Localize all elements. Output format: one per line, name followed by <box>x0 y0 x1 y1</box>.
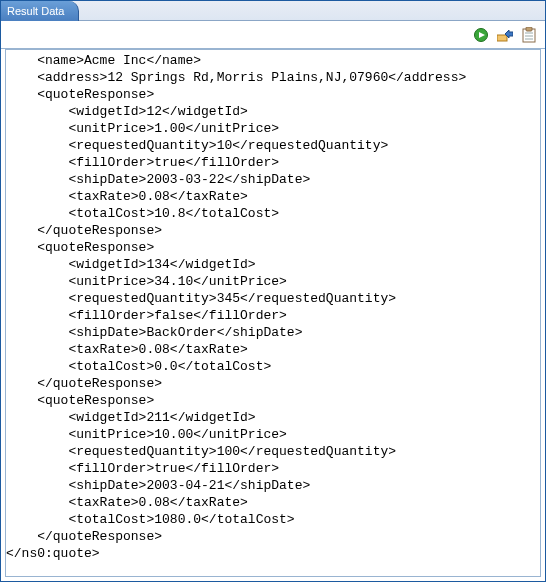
xml-text: <name>Acme Inc</name> <address>12 Spring… <box>6 50 540 564</box>
export-button[interactable] <box>497 27 513 43</box>
svg-rect-2 <box>497 35 507 41</box>
result-content[interactable]: <name>Acme Inc</name> <address>12 Spring… <box>5 49 541 577</box>
play-icon <box>474 28 488 42</box>
clipboard-icon <box>522 27 536 43</box>
tab-bar: Result Data <box>1 1 545 21</box>
toolbar <box>1 21 545 49</box>
tab-result-data[interactable]: Result Data <box>1 1 79 21</box>
run-button[interactable] <box>473 27 489 43</box>
tab-label: Result Data <box>7 5 64 17</box>
export-icon <box>497 28 513 42</box>
svg-rect-4 <box>526 27 532 31</box>
copy-button[interactable] <box>521 27 537 43</box>
